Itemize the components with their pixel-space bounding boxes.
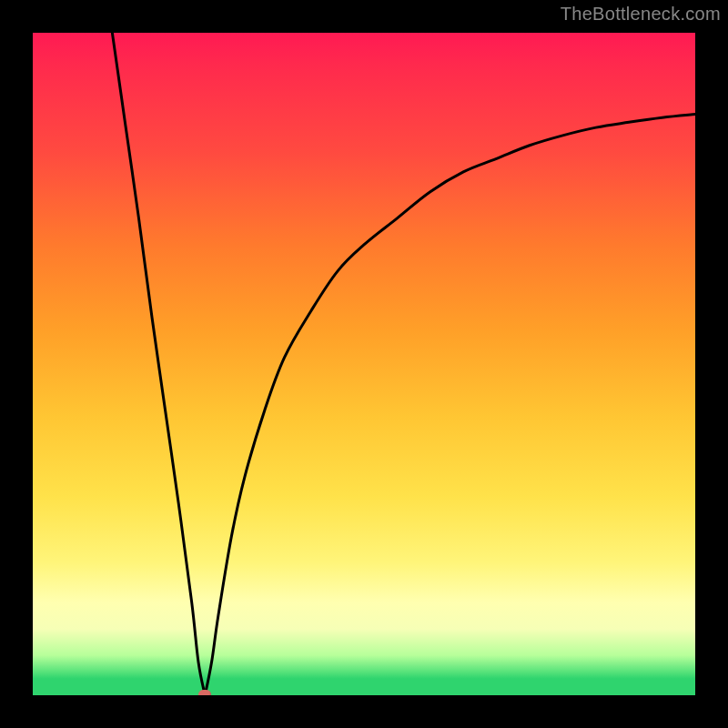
chart-frame: TheBottleneck.com — [0, 0, 728, 728]
curve-layer — [33, 33, 695, 695]
plot-area — [33, 33, 695, 695]
minimum-marker — [198, 690, 211, 695]
watermark: TheBottleneck.com — [561, 4, 721, 25]
curve-right-branch — [205, 115, 695, 695]
curve-left-branch — [112, 33, 205, 695]
